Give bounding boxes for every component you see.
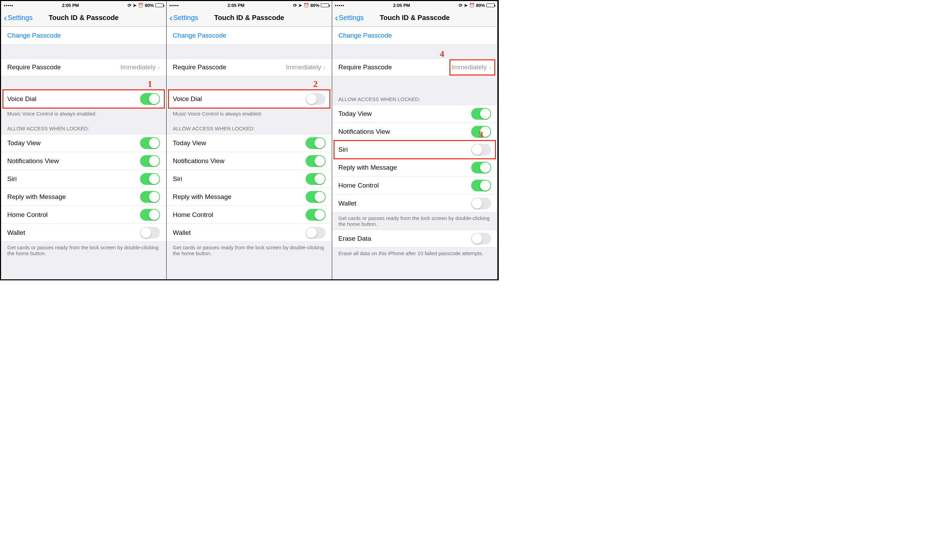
back-label: Settings [8, 14, 32, 22]
notifications-view-row[interactable]: Notifications View [332, 123, 497, 141]
today-view-row[interactable]: Today View [166, 134, 332, 152]
home-control-row[interactable]: Home Control [166, 206, 332, 224]
status-bar: •••••2:05 PM⟳➤⏰80% [166, 1, 332, 9]
siri-toggle[interactable] [471, 144, 491, 155]
alarm-icon: ⏰ [469, 3, 474, 8]
home-control-row-label: Home Control [7, 211, 48, 218]
erase-data-row[interactable]: Erase Data [332, 230, 497, 248]
phone-panel-1: •••••2:05 PM⟳➤⏰80%‹SettingsTouch ID & Pa… [1, 1, 166, 279]
back-button[interactable]: ‹Settings [332, 13, 364, 23]
notifications-view-toggle[interactable] [306, 155, 326, 167]
voice-dial-toggle[interactable] [306, 93, 326, 105]
wallet-row[interactable]: Wallet [166, 224, 332, 242]
phone-panel-2: •••••2:05 PM⟳➤⏰80%‹SettingsTouch ID & Pa… [166, 1, 332, 279]
wallet-toggle[interactable] [140, 227, 160, 238]
require-passcode-row[interactable]: Require PasscodeImmediately› [166, 58, 332, 76]
back-button[interactable]: ‹Settings [166, 13, 198, 23]
chevron-left-icon: ‹ [169, 13, 172, 23]
notifications-view-row-label: Notifications View [173, 157, 225, 165]
siri-row-label: Siri [338, 146, 348, 154]
today-view-toggle[interactable] [471, 108, 491, 120]
reply-with-message-row[interactable]: Reply with Message [1, 188, 166, 206]
today-view-row-label: Today View [338, 110, 372, 118]
chevron-right-icon: › [489, 63, 491, 71]
siri-row[interactable]: Siri [332, 141, 497, 158]
require-passcode-row-label: Require Passcode [7, 63, 61, 71]
home-control-row-label: Home Control [338, 182, 379, 189]
notifications-view-toggle[interactable] [140, 155, 160, 167]
wallet-row[interactable]: Wallet [332, 194, 497, 212]
today-view-toggle[interactable] [306, 137, 326, 149]
siri-row[interactable]: Siri [166, 170, 332, 188]
rotation-lock-icon: ⟳ [459, 3, 462, 8]
siri-row-label: Siri [173, 175, 182, 183]
signal-dots: ••••• [335, 3, 345, 8]
require-passcode-row[interactable]: Require PasscodeImmediately› [332, 58, 497, 76]
change-passcode-label: Change Passcode [338, 32, 392, 39]
battery-percent: 80% [310, 3, 319, 8]
today-view-row[interactable]: Today View [1, 134, 166, 152]
settings-content[interactable]: Change PasscodeRequire PasscodeImmediate… [166, 26, 332, 279]
wallet-footnote: Get cards or passes ready from the lock … [332, 212, 497, 230]
home-control-toggle[interactable] [471, 180, 491, 191]
change-passcode-row[interactable]: Change Passcode [332, 26, 497, 45]
settings-content[interactable]: Change PasscodeRequire PasscodeImmediate… [332, 26, 497, 279]
today-view-toggle[interactable] [140, 137, 160, 149]
home-control-toggle[interactable] [306, 209, 326, 221]
battery-percent: 80% [476, 3, 485, 8]
chevron-left-icon: ‹ [4, 13, 7, 23]
today-view-row[interactable]: Today View [332, 105, 497, 123]
status-bar: •••••2:05 PM⟳➤⏰80% [1, 1, 166, 9]
nav-bar: ‹SettingsTouch ID & Passcode [166, 9, 332, 26]
change-passcode-row[interactable]: Change Passcode [1, 26, 166, 45]
wallet-row[interactable]: Wallet [1, 224, 166, 242]
nav-bar: ‹SettingsTouch ID & Passcode [332, 9, 497, 26]
signal-dots: ••••• [4, 3, 14, 8]
settings-content[interactable]: Change PasscodeRequire PasscodeImmediate… [1, 26, 166, 279]
wallet-toggle[interactable] [306, 227, 326, 238]
allow-access-header: ALLOW ACCESS WHEN LOCKED: [1, 119, 166, 134]
signal-dots: ••••• [169, 3, 179, 8]
clock: 2:05 PM [393, 3, 410, 8]
reply-with-message-row[interactable]: Reply with Message [166, 188, 332, 206]
back-label: Settings [339, 14, 363, 22]
siri-row[interactable]: Siri [1, 170, 166, 188]
reply-with-message-row-label: Reply with Message [338, 164, 397, 171]
require-passcode-value: Immediately› [451, 63, 491, 71]
require-passcode-row-label: Require Passcode [338, 63, 392, 71]
voice-dial-footnote: Music Voice Control is always enabled. [166, 108, 332, 119]
reply-with-message-toggle[interactable] [306, 191, 326, 203]
voice-dial-footnote: Music Voice Control is always enabled. [1, 108, 166, 119]
change-passcode-label: Change Passcode [7, 32, 61, 39]
reply-with-message-toggle[interactable] [140, 191, 160, 203]
reply-with-message-toggle[interactable] [471, 162, 491, 174]
voice-dial-toggle[interactable] [140, 93, 160, 105]
home-control-row[interactable]: Home Control [1, 206, 166, 224]
home-control-row[interactable]: Home Control [332, 177, 497, 194]
nav-bar: ‹SettingsTouch ID & Passcode [1, 9, 166, 26]
location-icon: ➤ [133, 3, 137, 8]
home-control-toggle[interactable] [140, 209, 160, 221]
reply-with-message-row[interactable]: Reply with Message [332, 158, 497, 177]
siri-toggle[interactable] [140, 173, 160, 185]
notifications-view-toggle[interactable] [471, 126, 491, 138]
status-bar: •••••2:05 PM⟳➤⏰80% [332, 1, 497, 9]
siri-toggle[interactable] [306, 173, 326, 185]
notifications-view-row[interactable]: Notifications View [166, 152, 332, 170]
battery-percent: 80% [145, 3, 154, 8]
voice-dial-row[interactable]: Voice Dial [1, 90, 166, 108]
siri-row-label: Siri [7, 175, 17, 183]
voice-dial-row[interactable]: Voice Dial [166, 90, 332, 108]
clock: 2:05 PM [228, 3, 245, 8]
erase-data-toggle[interactable] [471, 233, 491, 245]
battery-icon [321, 3, 329, 7]
back-button[interactable]: ‹Settings [1, 13, 33, 23]
today-view-row-label: Today View [7, 139, 41, 147]
notifications-view-row[interactable]: Notifications View [1, 152, 166, 170]
require-passcode-row[interactable]: Require PasscodeImmediately› [1, 58, 166, 76]
back-label: Settings [173, 14, 198, 22]
wallet-toggle[interactable] [471, 198, 491, 209]
home-control-row-label: Home Control [173, 211, 213, 218]
change-passcode-row[interactable]: Change Passcode [166, 26, 332, 45]
location-icon: ➤ [464, 3, 468, 8]
